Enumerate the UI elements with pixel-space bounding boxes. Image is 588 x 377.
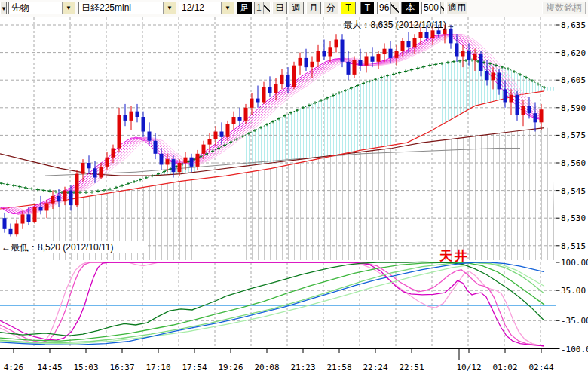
rci-mid-pink: [0, 262, 544, 346]
time-tick-label: 10/12: [456, 363, 481, 372]
time-tick-label: 19:26: [218, 363, 243, 372]
time-tick-label: 16:37: [109, 363, 134, 372]
oscillator-tick-label: -35.00: [561, 316, 588, 326]
price-tick-label: 8,575: [561, 130, 586, 140]
time-axis: 4:2614:4515:0316:3717:1017:5419:2620:082…: [4, 349, 554, 372]
price-tick-label: 8,620: [561, 48, 586, 58]
price-axis: 8,6358,6208,6058,5908,5758,5608,5458,530…: [556, 20, 588, 354]
time-tick-label: 14:45: [37, 363, 62, 372]
price-tick-label: 8,635: [561, 20, 586, 30]
oscillator-tick-label: 35.00: [561, 286, 586, 296]
svg-text:天井: 天井: [439, 249, 470, 263]
oscillator-tick-label: -100.00: [561, 345, 588, 354]
min-annotation: ←最低：8,520 (2012/10/11): [0, 241, 145, 253]
rci-magenta: [0, 262, 544, 345]
trading-app-window: ▼ 先物 ▼ 日経225mini ▼ 12/12 ▼ 足 1 日 週 月 分 T…: [0, 0, 588, 377]
time-tick-label: 4:26: [4, 363, 24, 372]
rci-blue: [0, 262, 544, 345]
price-tick-label: 8,545: [561, 186, 586, 196]
time-tick-label: 21:23: [290, 363, 315, 372]
price-tick-label: 8,530: [561, 213, 586, 223]
rci-light-green: [0, 262, 544, 342]
oscillator-layer: [0, 262, 544, 346]
time-tick-label: 22:51: [399, 363, 424, 372]
price-tick-label: 8,515: [561, 241, 586, 251]
time-tick-label: 17:10: [145, 363, 170, 372]
chart-canvas: 8,6358,6208,6058,5908,5758,5608,5458,530…: [0, 0, 588, 377]
ceiling-annotation: 天井: [439, 249, 470, 263]
price-tick-label: 8,605: [561, 75, 586, 85]
rci-mid-green: [0, 262, 544, 341]
time-tick-label: 21:58: [326, 363, 351, 372]
price-tick-label: 8,590: [561, 103, 586, 113]
time-tick-label: 17:54: [182, 363, 207, 372]
time-tick-label: 15:03: [73, 363, 98, 372]
time-tick-label: 01:02: [492, 363, 517, 372]
time-tick-label: 20:08: [254, 363, 279, 372]
oscillator-tick-label: 100.00: [561, 258, 588, 268]
svg-text:←最低：8,520 (2012/10/11): ←最低：8,520 (2012/10/11): [2, 242, 114, 253]
time-tick-label: 02:44: [528, 363, 553, 372]
time-tick-label: 22:24: [363, 363, 387, 372]
max-annotation: 最大：8,635 (2012/10/11)→: [343, 20, 455, 30]
price-tick-label: 8,560: [561, 158, 586, 168]
svg-text:最大：8,635 (2012/10/11)→: 最大：8,635 (2012/10/11)→: [343, 20, 455, 30]
